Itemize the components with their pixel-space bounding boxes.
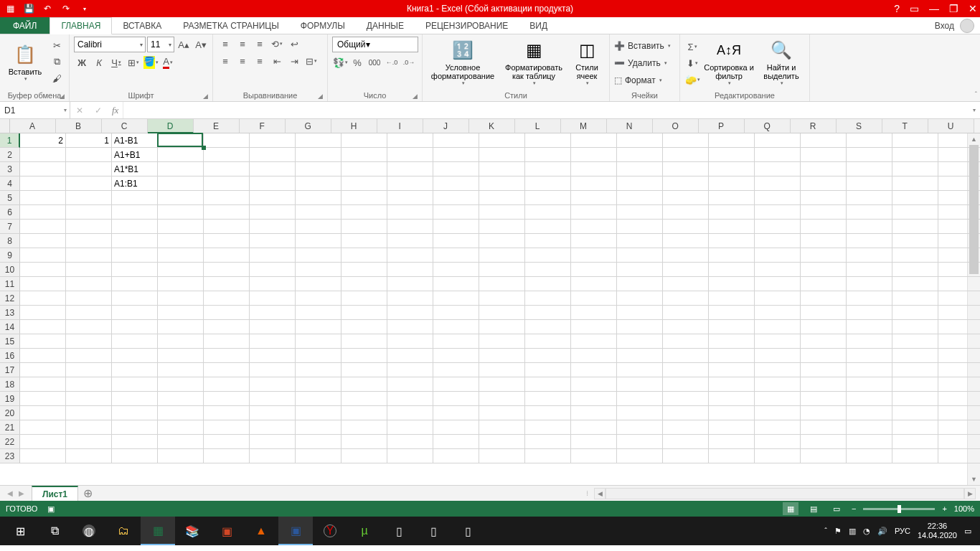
cell[interactable] bbox=[296, 148, 341, 162]
sheet-nav-prev-icon[interactable]: ◀ bbox=[7, 489, 13, 497]
cell[interactable] bbox=[250, 392, 296, 406]
cell[interactable] bbox=[847, 334, 892, 349]
taskbar-doc2[interactable]: ▯ bbox=[416, 517, 451, 545]
cell[interactable] bbox=[663, 234, 709, 248]
cell[interactable] bbox=[204, 191, 250, 205]
cell[interactable] bbox=[663, 334, 709, 349]
cell[interactable] bbox=[755, 320, 801, 334]
row-header[interactable]: 18 bbox=[0, 377, 20, 392]
cell[interactable] bbox=[709, 248, 755, 263]
cell[interactable] bbox=[158, 291, 204, 306]
cell[interactable] bbox=[571, 349, 617, 363]
cell[interactable] bbox=[847, 449, 892, 463]
cell[interactable] bbox=[250, 191, 296, 205]
help-icon[interactable]: ? bbox=[894, 3, 900, 14]
cell[interactable] bbox=[112, 291, 158, 306]
zoom-slider[interactable] bbox=[863, 508, 935, 510]
cell[interactable] bbox=[204, 420, 250, 435]
number-format-select[interactable]: Общий▾ bbox=[332, 37, 418, 52]
cell[interactable] bbox=[617, 176, 663, 191]
format-as-table-button[interactable]: ▦ Форматировать как таблицу▾ bbox=[501, 37, 566, 88]
cell[interactable] bbox=[709, 277, 755, 291]
cell[interactable] bbox=[525, 349, 571, 363]
cell[interactable] bbox=[709, 363, 755, 377]
cell[interactable] bbox=[755, 162, 801, 176]
cell[interactable] bbox=[709, 377, 755, 392]
row-header[interactable]: 15 bbox=[0, 334, 20, 349]
cell[interactable] bbox=[296, 334, 341, 349]
cell[interactable] bbox=[847, 191, 892, 205]
cell[interactable] bbox=[847, 435, 892, 449]
cell[interactable] bbox=[571, 306, 617, 320]
find-select-button[interactable]: 🔍 Найти и выделить▾ bbox=[758, 37, 805, 88]
cell[interactable] bbox=[709, 148, 755, 162]
column-header[interactable]: P bbox=[699, 119, 745, 133]
taskbar-app-archiver[interactable]: 📚 bbox=[175, 517, 209, 545]
cell[interactable] bbox=[112, 220, 158, 234]
cell[interactable] bbox=[709, 449, 755, 463]
cell[interactable] bbox=[801, 320, 847, 334]
cell[interactable] bbox=[847, 234, 892, 248]
cell[interactable] bbox=[801, 277, 847, 291]
tab-page-layout[interactable]: РАЗМЕТКА СТРАНИЦЫ bbox=[172, 17, 290, 34]
cell[interactable] bbox=[847, 363, 892, 377]
cell[interactable] bbox=[617, 191, 663, 205]
cell[interactable] bbox=[296, 191, 341, 205]
row-header[interactable]: 3 bbox=[0, 162, 20, 176]
cell[interactable] bbox=[204, 349, 250, 363]
cell[interactable] bbox=[341, 133, 387, 148]
paste-button[interactable]: 📋 Вставить ▾ bbox=[4, 37, 46, 88]
cell[interactable] bbox=[755, 277, 801, 291]
align-bottom-icon[interactable]: ≡ bbox=[252, 37, 268, 51]
formula-input[interactable]: ▾ bbox=[123, 102, 980, 118]
cell[interactable] bbox=[801, 162, 847, 176]
cell[interactable] bbox=[158, 205, 204, 220]
hscroll-left-icon[interactable]: ◀ bbox=[594, 488, 606, 499]
column-header[interactable]: L bbox=[515, 119, 561, 133]
cell[interactable] bbox=[663, 392, 709, 406]
cell[interactable] bbox=[66, 162, 112, 176]
cell[interactable] bbox=[847, 406, 892, 420]
cell[interactable] bbox=[112, 377, 158, 392]
cell[interactable] bbox=[387, 420, 433, 435]
cell[interactable] bbox=[204, 377, 250, 392]
cell[interactable] bbox=[387, 334, 433, 349]
cell[interactable] bbox=[801, 263, 847, 277]
cell[interactable] bbox=[341, 220, 387, 234]
cell[interactable] bbox=[158, 191, 204, 205]
scroll-down-icon[interactable]: ▼ bbox=[968, 474, 980, 485]
cell[interactable] bbox=[250, 306, 296, 320]
row-header[interactable]: 22 bbox=[0, 435, 20, 449]
cell[interactable] bbox=[801, 220, 847, 234]
row-header[interactable]: 8 bbox=[0, 234, 20, 248]
cell[interactable] bbox=[250, 320, 296, 334]
cell[interactable] bbox=[387, 363, 433, 377]
comma-icon[interactable]: 000 bbox=[367, 55, 382, 70]
cell[interactable] bbox=[892, 449, 938, 463]
cancel-formula-icon[interactable]: ✕ bbox=[70, 105, 89, 116]
cell[interactable] bbox=[571, 248, 617, 263]
cell[interactable] bbox=[20, 435, 66, 449]
cell[interactable] bbox=[341, 176, 387, 191]
cell[interactable] bbox=[387, 277, 433, 291]
column-header[interactable]: Q bbox=[745, 119, 791, 133]
cell[interactable] bbox=[296, 392, 341, 406]
cell[interactable] bbox=[20, 420, 66, 435]
conditional-formatting-button[interactable]: 🔢 Условное форматирование▾ bbox=[427, 37, 499, 88]
tray-lang[interactable]: РУС bbox=[895, 527, 910, 535]
cell[interactable] bbox=[525, 148, 571, 162]
taskbar-app-word[interactable]: ▣ bbox=[278, 517, 313, 545]
cell[interactable] bbox=[571, 263, 617, 277]
row-header[interactable]: 2 bbox=[0, 148, 20, 162]
cell[interactable] bbox=[571, 320, 617, 334]
cell[interactable] bbox=[847, 306, 892, 320]
cell[interactable] bbox=[66, 263, 112, 277]
cell[interactable] bbox=[296, 133, 341, 148]
taskbar-app-explorer[interactable]: 🗂 bbox=[106, 517, 141, 545]
cell[interactable] bbox=[847, 420, 892, 435]
tray-overflow-icon[interactable]: ˆ bbox=[824, 527, 827, 535]
cell[interactable] bbox=[755, 449, 801, 463]
cell[interactable] bbox=[479, 234, 525, 248]
tray-battery-icon[interactable]: ▥ bbox=[849, 527, 856, 536]
align-left-icon[interactable]: ≡ bbox=[217, 54, 233, 68]
